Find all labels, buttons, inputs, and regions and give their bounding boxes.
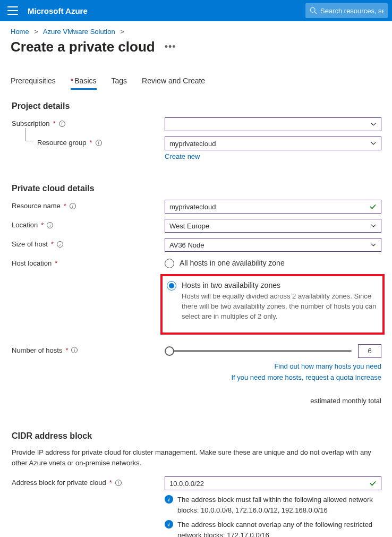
radio-icon <box>165 259 174 268</box>
breadcrumb-home[interactable]: Home <box>11 28 29 36</box>
info-icon[interactable]: i <box>115 480 122 486</box>
breadcrumb: Home > Azure VMware Solution > <box>0 21 392 39</box>
top-bar: Microsoft Azure Search resources, ser <box>0 0 392 21</box>
link-hosts-needed[interactable]: Find out how many hosts you need <box>165 361 381 372</box>
info-icon: i <box>165 495 173 504</box>
info-restricted-blocks: i The address block cannot overlap any o… <box>165 519 381 537</box>
svg-point-0 <box>310 7 315 12</box>
highlighted-option: Hosts in two availability zones Hosts wi… <box>160 274 385 335</box>
section-cloud-heading: Private cloud details <box>12 184 381 193</box>
info-allowed-blocks: i The address block must fall within the… <box>165 495 381 515</box>
breadcrumb-section[interactable]: Azure VMware Solution <box>43 28 115 36</box>
radio-checked-icon <box>167 281 176 291</box>
radio-single-az[interactable]: All hosts in one availability zone <box>165 257 381 270</box>
info-icon[interactable]: i <box>57 241 63 248</box>
subscription-select[interactable] <box>165 117 381 131</box>
search-icon <box>310 7 317 14</box>
cidr-description: Provide IP address for private cloud for… <box>12 447 381 468</box>
location-select[interactable]: West Europe <box>165 219 381 233</box>
more-icon[interactable]: ••• <box>165 41 176 53</box>
info-icon[interactable]: i <box>47 222 53 228</box>
chevron-down-icon <box>370 121 377 127</box>
section-project-heading: Project details <box>12 101 381 111</box>
create-new-link[interactable]: Create new <box>165 152 200 160</box>
info-icon[interactable]: i <box>70 203 76 209</box>
title-row: Create a private cloud ••• <box>0 39 392 65</box>
chevron-down-icon <box>370 140 377 147</box>
size-select[interactable]: AV36 Node <box>165 238 381 252</box>
resource-name-label: Resource name* i <box>12 200 165 210</box>
host-location-label: Host location* <box>12 257 165 267</box>
section-cidr-heading: CIDR address block <box>12 431 381 441</box>
search-placeholder: Search resources, ser <box>320 7 384 15</box>
size-label: Size of host* i <box>12 238 165 248</box>
radio-two-az[interactable]: Hosts in two availability zones Hosts wi… <box>167 279 378 323</box>
chevron-right-icon: > <box>34 28 38 36</box>
num-hosts-value[interactable]: 6 <box>358 344 381 358</box>
estimated-total-label: estimated monthly total <box>165 397 381 405</box>
num-hosts-slider[interactable] <box>165 346 352 356</box>
info-icon[interactable]: i <box>71 347 78 353</box>
location-label: Location* i <box>12 219 165 229</box>
brand-label: Microsoft Azure <box>28 6 88 15</box>
info-icon[interactable]: i <box>96 140 102 146</box>
menu-icon[interactable] <box>7 6 18 15</box>
tab-review[interactable]: Review and Create <box>142 76 205 90</box>
link-quota-increase[interactable]: If you need more hosts, request a quota … <box>165 372 381 383</box>
resource-name-input[interactable]: myprivatecloud <box>165 200 381 214</box>
num-hosts-label: Number of hosts* i <box>12 344 165 354</box>
info-icon: i <box>165 520 173 529</box>
svg-line-1 <box>314 12 317 14</box>
chevron-down-icon <box>370 242 377 248</box>
info-icon[interactable]: i <box>59 121 65 127</box>
tab-tags[interactable]: Tags <box>112 76 127 90</box>
slider-thumb[interactable] <box>165 346 174 356</box>
check-icon <box>369 203 377 210</box>
resource-group-label: Resource group* i <box>12 137 165 147</box>
chevron-right-icon: > <box>120 28 124 36</box>
subscription-label: Subscription* i <box>12 117 165 127</box>
page-title: Create a private cloud <box>11 39 155 55</box>
chevron-down-icon <box>370 223 377 229</box>
resource-group-select[interactable]: myprivatecloud <box>165 137 381 150</box>
tab-basics[interactable]: *Basics <box>71 76 97 90</box>
tabs: Prerequisities *Basics Tags Review and C… <box>0 76 392 90</box>
tab-prerequisities[interactable]: Prerequisities <box>11 76 56 90</box>
address-block-input[interactable]: 10.0.0.0/22 <box>165 476 381 490</box>
address-block-label: Address block for private cloud* i <box>12 476 165 487</box>
check-icon <box>369 480 377 487</box>
search-input[interactable]: Search resources, ser <box>305 3 388 18</box>
